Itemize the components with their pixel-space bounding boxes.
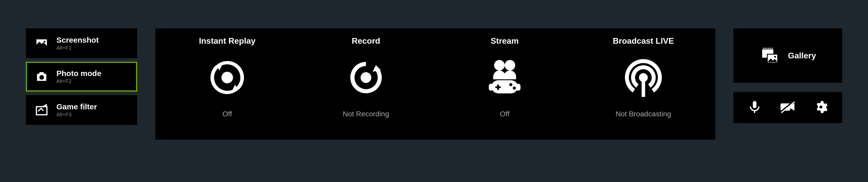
svg-point-32 bbox=[819, 106, 823, 109]
svg-point-5 bbox=[361, 72, 371, 83]
stream-icon bbox=[483, 53, 527, 102]
gallery-button[interactable]: Gallery bbox=[734, 29, 842, 83]
broadcast-label: Broadcast LIVE bbox=[613, 36, 674, 46]
svg-point-12 bbox=[513, 86, 516, 90]
svg-rect-21 bbox=[766, 48, 767, 49]
overlay-root: Screenshot Alt+F1 Photo mode Alt+F2 bbox=[0, 0, 868, 168]
screenshot-texts: Screenshot Alt+F1 bbox=[56, 36, 99, 51]
screenshot-icon bbox=[34, 36, 49, 51]
game-filter-button[interactable]: Game filter Alt+F3 bbox=[26, 95, 137, 125]
svg-rect-24 bbox=[772, 48, 772, 49]
svg-point-11 bbox=[509, 83, 513, 86]
svg-rect-10 bbox=[495, 86, 500, 88]
screenshot-shortcut: Alt+F1 bbox=[56, 45, 99, 51]
gallery-icon bbox=[760, 45, 780, 66]
svg-point-27 bbox=[774, 56, 776, 58]
photo-mode-button[interactable]: Photo mode Alt+F2 bbox=[26, 62, 137, 92]
svg-rect-22 bbox=[768, 48, 769, 49]
svg-rect-13 bbox=[489, 84, 493, 91]
game-filter-shortcut: Alt+F3 bbox=[56, 112, 97, 118]
svg-point-1 bbox=[39, 75, 44, 80]
camera-icon bbox=[34, 69, 49, 84]
stream-status: Off bbox=[500, 110, 509, 118]
toolbar bbox=[734, 92, 842, 123]
left-column: Screenshot Alt+F1 Photo mode Alt+F2 bbox=[26, 29, 137, 125]
instant-replay-status: Off bbox=[223, 110, 232, 118]
instant-replay-label: Instant Replay bbox=[199, 36, 256, 46]
photo-mode-shortcut: Alt+F2 bbox=[56, 78, 101, 84]
svg-rect-19 bbox=[763, 48, 764, 49]
broadcast-button[interactable]: Broadcast LIVE Not Broadcasting bbox=[597, 36, 690, 118]
svg-point-6 bbox=[494, 60, 505, 71]
microphone-icon[interactable] bbox=[747, 100, 762, 115]
instant-replay-icon bbox=[207, 53, 248, 102]
gallery-label: Gallery bbox=[788, 51, 816, 61]
record-label: Record bbox=[352, 36, 380, 46]
stream-label: Stream bbox=[491, 36, 519, 46]
svg-rect-16 bbox=[642, 80, 645, 97]
game-filter-texts: Game filter Alt+F3 bbox=[56, 102, 97, 118]
record-icon bbox=[345, 53, 386, 102]
instant-replay-button[interactable]: Instant Replay Off bbox=[181, 36, 274, 118]
screenshot-button[interactable]: Screenshot Alt+F1 bbox=[26, 29, 137, 58]
photo-mode-texts: Photo mode Alt+F2 bbox=[56, 69, 101, 84]
camera-off-icon[interactable] bbox=[779, 100, 796, 115]
game-filter-icon bbox=[34, 103, 49, 118]
center-panel: Instant Replay Off Record bbox=[155, 29, 715, 140]
photo-mode-label: Photo mode bbox=[56, 69, 101, 78]
svg-rect-28 bbox=[753, 101, 756, 108]
svg-point-4 bbox=[221, 72, 233, 83]
settings-icon[interactable] bbox=[814, 100, 828, 115]
right-column: Gallery bbox=[734, 29, 842, 123]
record-button[interactable]: Record Not Recording bbox=[319, 36, 412, 118]
stream-button[interactable]: Stream Off bbox=[458, 36, 551, 118]
screenshot-label: Screenshot bbox=[56, 36, 99, 44]
svg-rect-23 bbox=[770, 48, 771, 49]
svg-point-0 bbox=[44, 41, 45, 42]
svg-rect-25 bbox=[762, 49, 773, 50]
game-filter-label: Game filter bbox=[56, 102, 97, 111]
svg-rect-14 bbox=[516, 84, 521, 91]
record-status: Not Recording bbox=[343, 110, 389, 118]
svg-rect-20 bbox=[765, 48, 766, 49]
broadcast-status: Not Broadcasting bbox=[616, 110, 671, 118]
svg-point-7 bbox=[505, 60, 515, 71]
svg-point-3 bbox=[45, 104, 47, 106]
broadcast-icon bbox=[621, 53, 665, 102]
